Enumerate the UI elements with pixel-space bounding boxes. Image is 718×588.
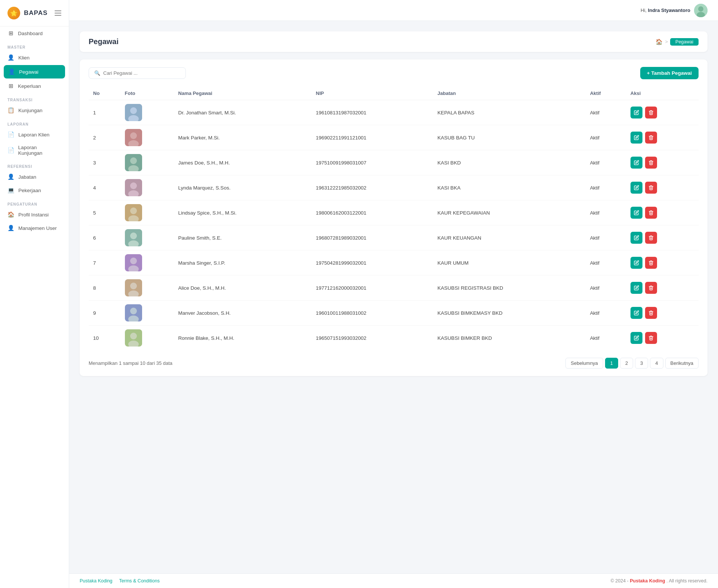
cell-jabatan: KASUB BAG TU bbox=[433, 125, 586, 150]
table-row: 9 Manver Jacobson, S.H. 1960100119880310… bbox=[89, 301, 699, 326]
cell-nip: 196507151993032002 bbox=[312, 326, 433, 351]
cell-nip: 196312221985032002 bbox=[312, 175, 433, 200]
cell-jabatan: KAUR KEUANGAN bbox=[433, 225, 586, 250]
cell-nip: 197504281999032001 bbox=[312, 250, 433, 275]
delete-button[interactable] bbox=[645, 332, 657, 344]
edit-button[interactable] bbox=[630, 132, 642, 144]
table-row: 1 Dr. Jonathan Smart, M.Si. 196108131987… bbox=[89, 100, 699, 125]
col-jabatan: Jabatan bbox=[433, 87, 586, 100]
cell-no: 2 bbox=[89, 125, 120, 150]
cell-foto bbox=[120, 200, 174, 225]
search-input[interactable] bbox=[103, 70, 180, 76]
cell-aksi bbox=[626, 275, 699, 301]
col-aksi: Aksi bbox=[626, 87, 699, 100]
svg-point-25 bbox=[130, 283, 137, 289]
breadcrumb-current: Pegawai bbox=[670, 38, 699, 46]
employee-photo bbox=[125, 229, 142, 246]
sidebar-item-pekerjaan[interactable]: 💻 Pekerjaan bbox=[0, 184, 69, 197]
delete-button[interactable] bbox=[645, 232, 657, 244]
cell-foto bbox=[120, 100, 174, 125]
sidebar-item-klien[interactable]: 👤 Klien bbox=[0, 51, 69, 64]
edit-button[interactable] bbox=[630, 282, 642, 294]
avatar bbox=[694, 4, 708, 17]
sidebar-item-kunjungan[interactable]: 📋 Kunjungan bbox=[0, 104, 69, 117]
svg-point-28 bbox=[130, 308, 137, 314]
logo-icon: 🌟 bbox=[7, 7, 20, 19]
edit-button[interactable] bbox=[630, 232, 642, 244]
cell-aksi bbox=[626, 250, 699, 275]
delete-button[interactable] bbox=[645, 207, 657, 219]
cell-aktif: Aktif bbox=[586, 275, 626, 301]
edit-button[interactable] bbox=[630, 182, 642, 194]
svg-point-7 bbox=[130, 132, 137, 139]
table-row: 6 Pauline Smith, S.E. 196807281989032001… bbox=[89, 225, 699, 250]
laporan-kunjungan-icon: 📄 bbox=[7, 147, 15, 154]
table-card: 🔍 + Tambah Pegawai No Foto Nama Pegawai … bbox=[80, 59, 708, 376]
sidebar-item-pegawai[interactable]: 👤 Pegawai bbox=[4, 65, 65, 78]
edit-button[interactable] bbox=[630, 207, 642, 219]
cell-no: 8 bbox=[89, 275, 120, 301]
delete-button[interactable] bbox=[645, 307, 657, 319]
cell-nip: 196108131987032001 bbox=[312, 100, 433, 125]
cell-nip: 196010011988031002 bbox=[312, 301, 433, 326]
breadcrumb: 🏠 > Pegawai bbox=[656, 38, 699, 46]
page-3-button[interactable]: 3 bbox=[635, 358, 648, 369]
edit-button[interactable] bbox=[630, 107, 642, 118]
topbar: Hi, Indra Styawantoro bbox=[69, 0, 718, 21]
page-4-button[interactable]: 4 bbox=[650, 358, 663, 369]
delete-button[interactable] bbox=[645, 182, 657, 194]
pagination-info: Menampilkan 1 sampai 10 dari 35 data bbox=[89, 360, 172, 366]
kunjungan-icon: 📋 bbox=[7, 107, 15, 114]
page-1-button[interactable]: 1 bbox=[605, 358, 618, 369]
hamburger-button[interactable] bbox=[55, 10, 61, 16]
delete-button[interactable] bbox=[645, 132, 657, 144]
cell-aktif: Aktif bbox=[586, 100, 626, 125]
sidebar-item-dashboard[interactable]: ⊞ Dashboard bbox=[0, 27, 69, 40]
footer-brand: Pustaka Koding bbox=[630, 578, 665, 584]
search-box[interactable]: 🔍 bbox=[89, 67, 186, 79]
table-row: 8 Alice Doe, S.H., M.H. 1977121620000320… bbox=[89, 275, 699, 301]
next-button[interactable]: Berikutnya bbox=[665, 358, 699, 369]
employee-photo bbox=[125, 104, 142, 121]
cell-aktif: Aktif bbox=[586, 225, 626, 250]
footer-link-terms[interactable]: Terms & Conditions bbox=[119, 578, 160, 584]
edit-button[interactable] bbox=[630, 157, 642, 169]
cell-foto bbox=[120, 125, 174, 150]
cell-aksi bbox=[626, 301, 699, 326]
cell-nip: 197510091998031007 bbox=[312, 150, 433, 175]
sidebar-item-manajemen-user[interactable]: 👤 Manajemen User bbox=[0, 221, 69, 235]
page-2-button[interactable]: 2 bbox=[620, 358, 633, 369]
employee-photo bbox=[125, 129, 142, 146]
delete-button[interactable] bbox=[645, 282, 657, 294]
edit-button[interactable] bbox=[630, 257, 642, 269]
cell-name: Dr. Jonathan Smart, M.Si. bbox=[174, 100, 312, 125]
cell-jabatan: KAUR KEPEGAWAIAN bbox=[433, 200, 586, 225]
cell-aktif: Aktif bbox=[586, 301, 626, 326]
cell-aksi bbox=[626, 175, 699, 200]
sidebar-item-laporan-klien[interactable]: 📄 Laporan Klien bbox=[0, 128, 69, 141]
edit-button[interactable] bbox=[630, 307, 642, 319]
sidebar-item-jabatan[interactable]: 👤 Jabatan bbox=[0, 170, 69, 184]
sidebar-item-laporan-kunjungan[interactable]: 📄 Laporan Kunjungan bbox=[0, 141, 69, 159]
edit-button[interactable] bbox=[630, 332, 642, 344]
employee-photo bbox=[125, 179, 142, 196]
prev-button[interactable]: Sebelumnya bbox=[565, 358, 603, 369]
delete-button[interactable] bbox=[645, 107, 657, 118]
delete-button[interactable] bbox=[645, 257, 657, 269]
cell-name: Ronnie Blake, S.H., M.H. bbox=[174, 326, 312, 351]
cell-aksi bbox=[626, 150, 699, 175]
footer-link-pustaka[interactable]: Pustaka Koding bbox=[80, 578, 113, 584]
cell-foto bbox=[120, 301, 174, 326]
footer: Pustaka Koding Terms & Conditions © 2024… bbox=[69, 573, 718, 588]
section-label-transaksi: TRANSAKSI bbox=[0, 93, 69, 104]
cell-name: Lindsay Spice, S.H., M.Si. bbox=[174, 200, 312, 225]
sidebar-item-profil-instansi[interactable]: 🏠 Profil Instansi bbox=[0, 208, 69, 221]
sidebar-item-keperluan[interactable]: ⊞ Keperluan bbox=[0, 79, 69, 93]
page-title: Pegawai bbox=[89, 37, 119, 46]
svg-point-4 bbox=[130, 107, 137, 114]
cell-jabatan: KASUBSI BIMKER BKD bbox=[433, 326, 586, 351]
section-label-pengaturan: PENGATURAN bbox=[0, 197, 69, 208]
add-pegawai-button[interactable]: + Tambah Pegawai bbox=[640, 67, 699, 79]
cell-foto bbox=[120, 175, 174, 200]
delete-button[interactable] bbox=[645, 157, 657, 169]
